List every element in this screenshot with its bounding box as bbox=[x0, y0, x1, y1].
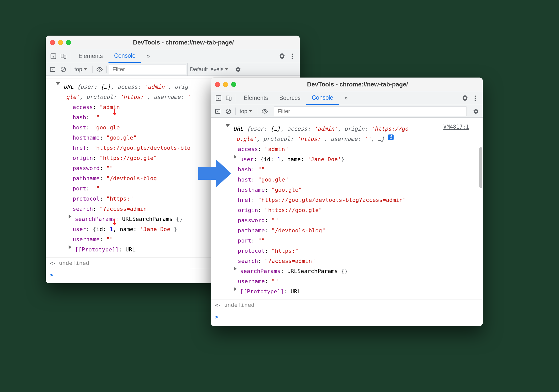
disclosure-icon[interactable] bbox=[69, 245, 71, 249]
svg-point-5 bbox=[292, 57, 293, 59]
eye-icon[interactable] bbox=[260, 107, 270, 116]
context-label: top bbox=[74, 66, 82, 73]
prop-search[interactable]: search: "?access=admin" bbox=[211, 256, 483, 266]
console-toolbar: top Default levels bbox=[46, 63, 300, 76]
panel-tabs: Elements Sources Console » bbox=[211, 91, 483, 105]
object-summary[interactable]: URL {user: {…}, access: 'admin', origin:… bbox=[211, 124, 483, 134]
scrollbar[interactable] bbox=[479, 146, 482, 326]
svg-point-4 bbox=[292, 55, 293, 57]
devtools-window-right: DevTools - chrome://new-tab-page/ Elemen… bbox=[211, 78, 483, 326]
clear-console-icon[interactable] bbox=[58, 65, 68, 74]
disclosure-icon[interactable] bbox=[226, 124, 230, 127]
tab-elements[interactable]: Elements bbox=[73, 49, 108, 63]
disclosure-icon[interactable] bbox=[234, 287, 237, 291]
source-link[interactable]: VM4817:1 bbox=[443, 122, 469, 131]
prop-access[interactable]: access: "admin" bbox=[211, 144, 483, 154]
prop-searchparams[interactable]: searchParams: URLSearchParams {} bbox=[211, 266, 483, 276]
result-row: <· undefined bbox=[211, 299, 483, 311]
class-name: URL bbox=[233, 126, 243, 132]
prop-hash[interactable]: hash: "" bbox=[211, 164, 483, 175]
tab-console[interactable]: Console bbox=[108, 50, 141, 63]
tab-more[interactable]: » bbox=[339, 91, 353, 105]
dropdown-icon bbox=[249, 110, 252, 112]
context-label: top bbox=[240, 108, 247, 115]
traffic-lights bbox=[50, 40, 71, 45]
prop-prototype[interactable]: [[Prototype]]: URL bbox=[211, 287, 483, 297]
console-toolbar: top bbox=[211, 105, 483, 118]
svg-point-3 bbox=[292, 53, 293, 55]
console-prompt[interactable]: > bbox=[211, 311, 483, 323]
settings-icon[interactable] bbox=[277, 51, 287, 61]
svg-rect-6 bbox=[50, 67, 55, 71]
tab-more[interactable]: » bbox=[141, 49, 156, 63]
dropdown-icon bbox=[225, 68, 228, 70]
titlebar: DevTools - chrome://new-tab-page/ bbox=[46, 36, 300, 49]
prop-user[interactable]: user: {id: 1, name: 'Jane Doe'} bbox=[211, 154, 483, 164]
filter-input[interactable] bbox=[274, 107, 467, 116]
dropdown-icon bbox=[84, 68, 87, 70]
filter-input[interactable] bbox=[109, 65, 186, 74]
svg-point-17 bbox=[264, 110, 266, 112]
svg-point-13 bbox=[475, 97, 476, 99]
result-value: undefined bbox=[224, 300, 254, 310]
tab-console[interactable]: Console bbox=[306, 92, 339, 105]
clear-console-icon[interactable] bbox=[224, 107, 233, 116]
minimize-button[interactable] bbox=[58, 40, 63, 45]
svg-rect-10 bbox=[226, 96, 229, 100]
maximize-button[interactable] bbox=[231, 82, 236, 87]
eye-icon[interactable] bbox=[95, 65, 104, 74]
disclosure-icon[interactable] bbox=[234, 155, 237, 159]
minimize-button[interactable] bbox=[223, 82, 228, 87]
svg-point-14 bbox=[475, 99, 476, 101]
panel-tabs: Elements Console » bbox=[46, 49, 300, 63]
device-toggle-icon[interactable] bbox=[224, 93, 234, 103]
prop-host[interactable]: host: "goo.gle" bbox=[211, 175, 483, 185]
context-selector[interactable]: top bbox=[72, 66, 90, 73]
close-button[interactable] bbox=[50, 40, 55, 45]
kebab-icon[interactable] bbox=[470, 93, 480, 103]
console-output: VM4817:1 URL {user: {…}, access: 'admin'… bbox=[211, 118, 483, 326]
result-value: undefined bbox=[59, 259, 89, 268]
kebab-icon[interactable] bbox=[287, 51, 297, 61]
settings-icon[interactable] bbox=[233, 65, 243, 74]
prop-port[interactable]: port: "" bbox=[211, 236, 483, 246]
prop-username[interactable]: username: "" bbox=[211, 276, 483, 287]
tab-sources[interactable]: Sources bbox=[274, 91, 306, 105]
disclosure-icon[interactable] bbox=[56, 82, 60, 85]
prop-pathname[interactable]: pathname: "/devtools-blog" bbox=[211, 225, 483, 236]
sidebar-toggle-icon[interactable] bbox=[213, 107, 223, 116]
prop-protocol[interactable]: protocol: "https:" bbox=[211, 246, 483, 256]
return-icon: <· bbox=[50, 259, 56, 268]
window-title: DevTools - chrome://new-tab-page/ bbox=[71, 39, 296, 46]
sidebar-toggle-icon[interactable] bbox=[48, 65, 57, 74]
disclosure-icon[interactable] bbox=[234, 267, 237, 271]
object-summary-line2: o.gle', protocol: 'https:', username: ''… bbox=[211, 134, 483, 144]
prop-hostname[interactable]: hostname: "goo.gle" bbox=[211, 185, 483, 195]
info-badge-icon[interactable]: i bbox=[388, 134, 394, 140]
svg-rect-2 bbox=[64, 55, 66, 58]
svg-rect-0 bbox=[51, 54, 56, 59]
titlebar: DevTools - chrome://new-tab-page/ bbox=[211, 78, 483, 91]
scrollbar-thumb[interactable] bbox=[479, 147, 482, 188]
prompt-icon: > bbox=[215, 314, 218, 320]
transition-arrow-icon bbox=[198, 158, 231, 189]
svg-rect-9 bbox=[216, 96, 221, 101]
inspect-icon[interactable] bbox=[213, 93, 224, 103]
svg-rect-11 bbox=[229, 97, 231, 100]
maximize-button[interactable] bbox=[66, 40, 71, 45]
return-icon: <· bbox=[215, 300, 221, 310]
disclosure-icon[interactable] bbox=[69, 215, 71, 219]
tab-elements[interactable]: Elements bbox=[238, 91, 274, 105]
prop-password[interactable]: password: "" bbox=[211, 215, 483, 225]
settings-icon[interactable] bbox=[471, 107, 481, 116]
inspect-icon[interactable] bbox=[48, 51, 58, 61]
prop-origin[interactable]: origin: "https://goo.gle" bbox=[211, 205, 483, 215]
device-toggle-icon[interactable] bbox=[58, 51, 69, 61]
levels-selector[interactable]: Default levels bbox=[187, 63, 232, 76]
close-button[interactable] bbox=[215, 82, 220, 87]
settings-icon[interactable] bbox=[460, 93, 470, 103]
levels-label: Default levels bbox=[190, 66, 224, 73]
prop-href[interactable]: href: "https://goo.gle/devtools-blog?acc… bbox=[211, 195, 483, 205]
context-selector[interactable]: top bbox=[238, 108, 256, 115]
svg-point-12 bbox=[475, 95, 476, 97]
